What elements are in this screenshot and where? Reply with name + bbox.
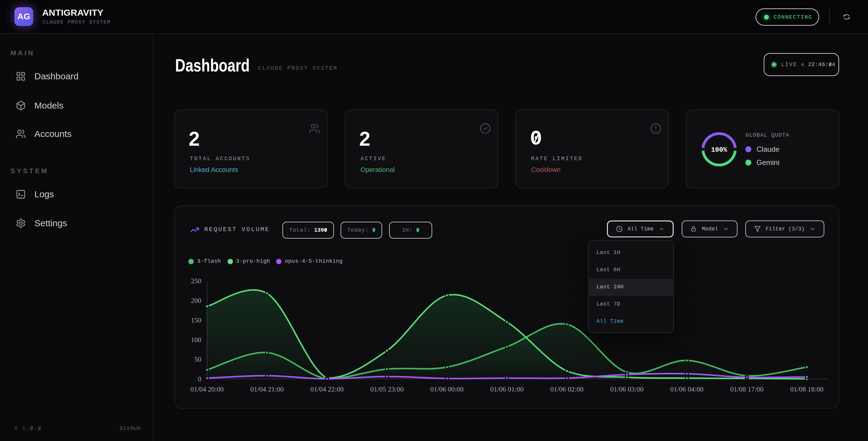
svg-text:01/06 03:00: 01/06 03:00 — [610, 385, 644, 393]
svg-text:01/04 22:00: 01/04 22:00 — [310, 385, 344, 393]
svg-text:01/06 00:00: 01/06 00:00 — [430, 385, 464, 393]
svg-text:01/04 21:00: 01/04 21:00 — [250, 385, 284, 393]
svg-text:01/06 01:00: 01/06 01:00 — [490, 385, 524, 393]
svg-text:01/06 04:00: 01/06 04:00 — [670, 385, 704, 393]
svg-text:01/05 23:00: 01/05 23:00 — [370, 385, 404, 393]
svg-text:01/08 18:00: 01/08 18:00 — [790, 385, 824, 393]
svg-text:100: 100 — [191, 336, 202, 344]
svg-text:50: 50 — [194, 356, 201, 363]
svg-text:250: 250 — [191, 277, 202, 285]
svg-text:01/06 02:00: 01/06 02:00 — [550, 385, 584, 393]
svg-text:01/08 17:00: 01/08 17:00 — [730, 385, 764, 393]
svg-text:150: 150 — [191, 317, 202, 324]
svg-text:0: 0 — [198, 375, 202, 383]
svg-text:200: 200 — [191, 297, 202, 304]
svg-text:01/04 20:00: 01/04 20:00 — [190, 385, 224, 393]
svg-text:100%: 100% — [711, 146, 727, 154]
